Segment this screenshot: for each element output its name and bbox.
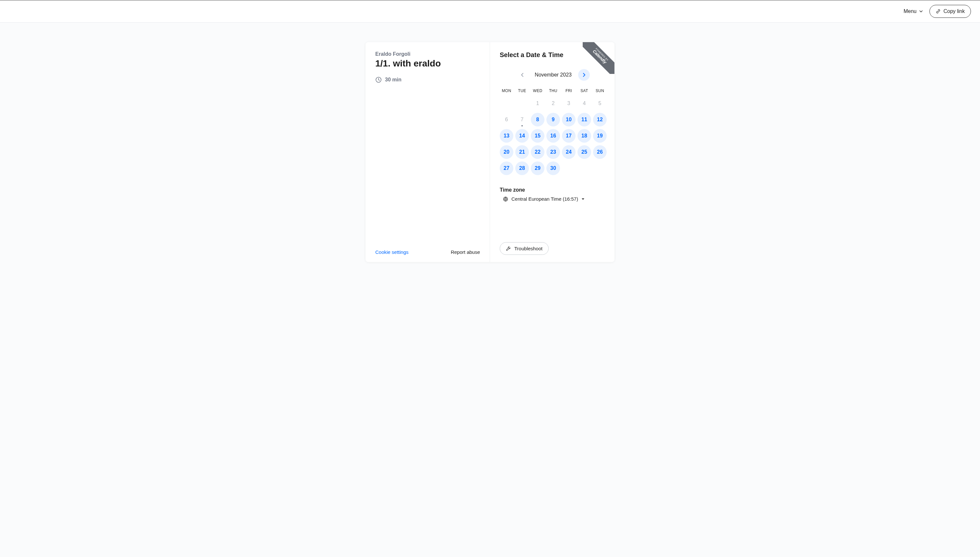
troubleshoot-label: Troubleshoot bbox=[514, 246, 543, 251]
menu-dropdown[interactable]: Menu bbox=[904, 8, 923, 14]
day-cell: 6 bbox=[500, 112, 514, 127]
day-cell bbox=[577, 161, 591, 175]
day-cell bbox=[593, 161, 607, 175]
day-cell: 2 bbox=[546, 96, 560, 111]
day-button[interactable]: 27 bbox=[500, 161, 514, 175]
day-cell bbox=[500, 96, 514, 111]
weekday-label: WED bbox=[531, 86, 544, 96]
week-row: 27282930 bbox=[500, 161, 607, 175]
day-cell: 20 bbox=[500, 145, 514, 159]
day-cell: 11 bbox=[577, 112, 591, 127]
day-button[interactable]: 11 bbox=[577, 113, 591, 127]
powered-by-calendly-ribbon[interactable]: POWERED BY Calendly bbox=[583, 42, 614, 74]
day-button[interactable]: 21 bbox=[515, 145, 529, 159]
day-disabled: 7 bbox=[521, 117, 524, 122]
ribbon-calendly: Calendly bbox=[583, 42, 614, 74]
day-cell: 16 bbox=[546, 129, 560, 143]
left-footer: Cookie settings Report abuse bbox=[375, 249, 480, 255]
day-disabled: 4 bbox=[583, 101, 586, 106]
week-row: 13141516171819 bbox=[500, 129, 607, 143]
day-button[interactable]: 12 bbox=[593, 113, 607, 127]
weekday-label: SUN bbox=[593, 86, 607, 96]
calendar-panel: Select a Date & Time November 2023 MON T… bbox=[490, 42, 614, 262]
day-cell: 9 bbox=[546, 112, 560, 127]
day-button[interactable]: 14 bbox=[515, 129, 529, 143]
day-cell bbox=[562, 161, 575, 175]
chevron-down-icon bbox=[919, 10, 923, 13]
week-row: 12345 bbox=[500, 96, 607, 111]
link-icon bbox=[936, 9, 941, 14]
timezone-selected: Central European Time (16:57) bbox=[511, 196, 578, 202]
timezone-picker[interactable]: Central European Time (16:57) bbox=[500, 196, 585, 202]
menu-label: Menu bbox=[904, 8, 917, 14]
day-cell: 30 bbox=[546, 161, 560, 175]
day-button[interactable]: 23 bbox=[546, 145, 560, 159]
day-cell: 23 bbox=[546, 145, 560, 159]
prev-month-button[interactable] bbox=[517, 69, 528, 81]
booking-card: Eraldo Forgoli 1/1. with eraldo 30 min C… bbox=[366, 42, 614, 262]
day-cell: 17 bbox=[562, 129, 575, 143]
day-cell: 5 bbox=[593, 96, 607, 111]
day-cell: 14 bbox=[515, 129, 529, 143]
day-button[interactable]: 17 bbox=[562, 129, 575, 143]
report-abuse-link[interactable]: Report abuse bbox=[451, 249, 480, 255]
day-cell: 7 bbox=[515, 112, 529, 127]
duration-row: 30 min bbox=[375, 77, 480, 83]
duration-text: 30 min bbox=[385, 77, 401, 83]
cookie-settings-link[interactable]: Cookie settings bbox=[375, 249, 409, 255]
day-button[interactable]: 26 bbox=[593, 145, 607, 159]
day-cell: 10 bbox=[562, 112, 575, 127]
day-button[interactable]: 13 bbox=[500, 129, 514, 143]
day-disabled: 6 bbox=[505, 117, 508, 122]
day-button[interactable]: 9 bbox=[546, 113, 560, 127]
day-button[interactable]: 24 bbox=[562, 145, 575, 159]
weekday-row: MON TUE WED THU FRI SAT SUN bbox=[500, 86, 607, 96]
day-cell: 25 bbox=[577, 145, 591, 159]
day-cell: 29 bbox=[531, 161, 544, 175]
day-cell: 4 bbox=[577, 96, 591, 111]
day-cell: 28 bbox=[515, 161, 529, 175]
day-disabled: 1 bbox=[536, 101, 539, 106]
weekday-label: TUE bbox=[515, 86, 529, 96]
day-button[interactable]: 20 bbox=[500, 145, 514, 159]
day-button[interactable]: 25 bbox=[577, 145, 591, 159]
day-cell: 19 bbox=[593, 129, 607, 143]
calendar-grid: MON TUE WED THU FRI SAT SUN 123456789101… bbox=[500, 86, 607, 178]
day-disabled: 2 bbox=[552, 101, 555, 106]
current-month-label: November 2023 bbox=[535, 72, 572, 78]
day-cell: 3 bbox=[562, 96, 575, 111]
copy-link-label: Copy link bbox=[943, 8, 965, 14]
day-button[interactable]: 10 bbox=[562, 113, 575, 127]
day-cell bbox=[515, 96, 529, 111]
day-button[interactable]: 29 bbox=[531, 161, 544, 175]
day-cell: 21 bbox=[515, 145, 529, 159]
organizer-name: Eraldo Forgoli bbox=[375, 51, 480, 57]
day-cell: 18 bbox=[577, 129, 591, 143]
day-button[interactable]: 22 bbox=[531, 145, 544, 159]
weekday-label: THU bbox=[546, 86, 560, 96]
day-button[interactable]: 18 bbox=[577, 129, 591, 143]
day-button[interactable]: 19 bbox=[593, 129, 607, 143]
copy-link-button[interactable]: Copy link bbox=[930, 5, 971, 18]
globe-icon bbox=[503, 197, 508, 202]
troubleshoot-button[interactable]: Troubleshoot bbox=[500, 242, 549, 255]
day-cell: 24 bbox=[562, 145, 575, 159]
day-button[interactable]: 16 bbox=[546, 129, 560, 143]
day-disabled: 5 bbox=[598, 101, 601, 106]
day-disabled: 3 bbox=[567, 101, 570, 106]
weekday-label: SAT bbox=[577, 86, 591, 96]
event-title: 1/1. with eraldo bbox=[375, 59, 480, 69]
day-button[interactable]: 15 bbox=[531, 129, 544, 143]
caret-down-icon bbox=[582, 197, 585, 201]
clock-icon bbox=[375, 77, 382, 83]
day-cell: 26 bbox=[593, 145, 607, 159]
week-row: 6789101112 bbox=[500, 112, 607, 127]
day-button[interactable]: 8 bbox=[531, 113, 544, 127]
timezone-section: Time zone Central European Time (16:57) bbox=[500, 187, 607, 202]
day-cell: 15 bbox=[531, 129, 544, 143]
day-cell: 12 bbox=[593, 112, 607, 127]
day-button[interactable]: 30 bbox=[546, 161, 560, 175]
day-cell: 13 bbox=[500, 129, 514, 143]
day-button[interactable]: 28 bbox=[515, 161, 529, 175]
weekday-label: MON bbox=[500, 86, 514, 96]
